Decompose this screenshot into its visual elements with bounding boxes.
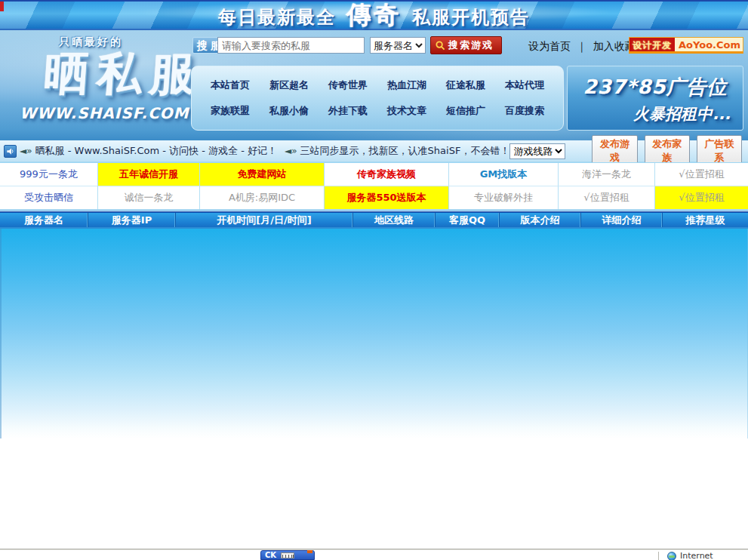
nav-item-woool[interactable]: 传奇世界 bbox=[319, 78, 377, 92]
ad-slot-cta: 火暴招租中... bbox=[568, 103, 743, 125]
banner-title: 每日最新最全 傳奇 私服开机预告 bbox=[218, 0, 530, 32]
ime-toolbar[interactable]: CK bbox=[260, 550, 315, 560]
banner-brand: 傳奇 bbox=[346, 0, 402, 29]
promo-link[interactable]: 诚信一条龙 bbox=[98, 186, 200, 210]
browser-status-zone: Internet bbox=[658, 551, 713, 560]
promo-link[interactable]: 受攻击晒信 bbox=[0, 186, 98, 210]
announcement-text-2: 三站同步显示，找新区，认准ShaiSF，不会错！ bbox=[300, 144, 510, 158]
promo-link[interactable]: 服务器550送版本 bbox=[325, 186, 449, 210]
nav-item-sifu-thief[interactable]: 私服小偷 bbox=[260, 104, 319, 118]
header: 只晒最好的 晒私服 WWW.SHAISF.COM 搜服 服务器名 搜索游戏 设为… bbox=[0, 30, 748, 140]
announcement-text-1: 晒私服 - Www.ShaiSF.Com - 访问快 - 游戏全 - 好记！ bbox=[35, 144, 277, 158]
top-banner: 每日最新最全 傳奇 私服开机预告 bbox=[0, 0, 748, 30]
search-button[interactable]: 搜索游戏 bbox=[430, 36, 502, 54]
dev-ad-label: 设计开发 bbox=[629, 38, 675, 51]
col-service-qq[interactable]: 客服QQ bbox=[436, 213, 500, 227]
promo-link[interactable]: 免费建网站 bbox=[200, 163, 325, 186]
ad-slot-size: 237*85广告位 bbox=[568, 74, 743, 100]
promo-link[interactable]: 五年诚信开服 bbox=[98, 163, 200, 186]
search-button-label: 搜索游戏 bbox=[448, 38, 494, 52]
promo-slot-free[interactable]: √位置招租 bbox=[559, 186, 655, 210]
promo-link[interactable]: A机房:易网IDC bbox=[200, 186, 325, 210]
ime-accent bbox=[307, 550, 312, 553]
col-open-time[interactable]: 开机时间[月/日/时间] bbox=[176, 213, 353, 227]
nav-item-agents[interactable]: 本站代理 bbox=[495, 78, 554, 92]
keyboard-icon[interactable] bbox=[281, 552, 294, 558]
server-type-select[interactable]: 服务器名 bbox=[370, 37, 426, 54]
nav-item-rexue[interactable]: 热血江湖 bbox=[377, 78, 436, 92]
promo-link[interactable]: 专业破解外挂 bbox=[449, 186, 559, 210]
nav-item-new-zones[interactable]: 新区超名 bbox=[260, 78, 319, 92]
internet-zone-label: Internet bbox=[680, 551, 713, 560]
banner-suffix: 私服开机预告 bbox=[412, 7, 530, 28]
page: 每日最新最全 傳奇 私服开机预告 只晒最好的 晒私服 WWW.SHAISF.CO… bbox=[0, 0, 748, 560]
col-version-intro[interactable]: 版本介绍 bbox=[500, 213, 581, 227]
server-table-body-empty bbox=[0, 229, 748, 438]
col-region-line[interactable]: 地区线路 bbox=[353, 213, 436, 227]
site-logo[interactable]: 晒私服 bbox=[42, 44, 205, 105]
promo-link[interactable]: 传奇家族视频 bbox=[325, 163, 449, 186]
col-server-ip[interactable]: 服务器IP bbox=[88, 213, 176, 227]
banner-prefix: 每日最新最全 bbox=[218, 7, 336, 28]
corner-marker bbox=[0, 2, 4, 11]
promo-slot-free[interactable]: √位置招租 bbox=[655, 163, 748, 186]
speaker-glyph: ◄» bbox=[20, 146, 32, 156]
quick-links: 设为首页 ｜ 加入收藏 bbox=[528, 40, 636, 54]
nav-item-clans[interactable]: 家族联盟 bbox=[201, 104, 260, 118]
links-divider: ｜ bbox=[577, 40, 587, 54]
internet-globe-icon bbox=[667, 552, 676, 560]
promo-slot-free[interactable]: √位置招租 bbox=[655, 186, 748, 210]
main-nav: 本站首页 新区超名 传奇世界 热血江湖 征途私服 本站代理 家族联盟 私服小偷 … bbox=[191, 66, 564, 131]
col-server-name[interactable]: 服务器名 bbox=[0, 213, 88, 227]
site-url: WWW.SHAISF.COM bbox=[20, 104, 189, 122]
nav-item-baidu[interactable]: 百度搜索 bbox=[495, 104, 554, 118]
server-table-header: 服务器名 服务器IP 开机时间[月/日/时间] 地区线路 客服QQ 版本介绍 详… bbox=[0, 211, 748, 229]
magnifier-icon bbox=[436, 41, 445, 51]
speaker-glyph-2: ◄» bbox=[285, 146, 297, 156]
set-home-link[interactable]: 设为首页 bbox=[528, 40, 571, 54]
dev-ad-site: AoYoo.Com bbox=[675, 38, 744, 51]
col-detail-intro[interactable]: 详细介绍 bbox=[581, 213, 663, 227]
nav-item-home[interactable]: 本站首页 bbox=[201, 78, 260, 92]
promo-link[interactable]: 999元一条龙 bbox=[0, 163, 98, 186]
promo-link[interactable]: 海洋一条龙 bbox=[559, 163, 655, 186]
nav-item-plugins[interactable]: 外挂下载 bbox=[319, 104, 377, 118]
dev-ad-banner[interactable]: 设计开发 AoYoo.Com bbox=[629, 37, 743, 54]
announcement-bar: ◄» 晒私服 - Www.ShaiSF.Com - 访问快 - 游戏全 - 好记… bbox=[0, 140, 748, 162]
nav-item-zhengtu[interactable]: 征途私服 bbox=[436, 78, 495, 92]
game-line-select[interactable]: 游戏线路 bbox=[509, 143, 565, 159]
ad-slot-banner[interactable]: 237*85广告位 火暴招租中... bbox=[567, 66, 743, 131]
ime-mode-label[interactable]: CK bbox=[265, 551, 276, 559]
nav-item-articles[interactable]: 技术文章 bbox=[377, 104, 436, 118]
col-star-rating[interactable]: 推荐星级 bbox=[663, 213, 748, 227]
statusbar-divider bbox=[0, 549, 748, 550]
nav-item-sms[interactable]: 短信推广 bbox=[436, 104, 495, 118]
speaker-icon bbox=[4, 145, 17, 158]
promo-link-grid: 999元一条龙 五年诚信开服 免费建网站 传奇家族视频 GM找版本 海洋一条龙 … bbox=[0, 162, 748, 211]
promo-link[interactable]: GM找版本 bbox=[449, 163, 559, 186]
status-separator bbox=[658, 552, 659, 560]
search-input[interactable] bbox=[217, 37, 365, 54]
